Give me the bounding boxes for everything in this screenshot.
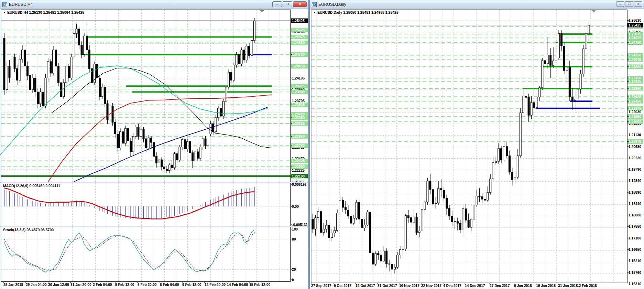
ohlc-info-daily: ▼EURUSD,Daily 1.25050 1.25481 1.24958 1.…	[313, 10, 399, 14]
minimize-button[interactable]: —	[272, 1, 282, 7]
ohlc-text: EURUSD,H4 1.25130 1.25481 1.25064 1.2542…	[7, 10, 84, 14]
window-title: EURUSD,H4	[9, 2, 33, 7]
symbol-dropdown-icon[interactable]: ▼	[313, 11, 316, 14]
close-button[interactable]: ✕	[634, 1, 642, 7]
daily-price-axis[interactable]	[628, 10, 643, 285]
symbol-dropdown-icon[interactable]: ▼	[3, 11, 6, 14]
restore-button[interactable]: ❐	[283, 1, 292, 7]
restore-button[interactable]: ❐	[625, 1, 633, 7]
window-title: EURUSD,Daily	[318, 2, 346, 7]
stoch-indicator-label: Stoch(13,3,3) 98.4879 93.5700	[3, 228, 54, 232]
titlebar-h4[interactable]: EURUSD,H4 — ❐ ✕	[0, 0, 308, 9]
titlebar-daily[interactable]: EURUSD,Daily — ❐ ✕	[310, 0, 644, 9]
ohlc-info-h4: ▼EURUSD,H4 1.25130 1.25481 1.25064 1.254…	[3, 10, 84, 14]
daily-time-axis[interactable]	[311, 283, 627, 289]
chart-window-icon	[312, 2, 317, 7]
h4-time-axis[interactable]	[1, 282, 291, 289]
close-button[interactable]: ✕	[293, 1, 307, 7]
minimize-button[interactable]: —	[616, 1, 624, 7]
daily-plot-area[interactable]	[311, 10, 627, 283]
h4-plot-area[interactable]	[1, 10, 291, 182]
chart-window-icon	[2, 2, 7, 7]
ohlc-text: EURUSD,Daily 1.25050 1.25481 1.24958 1.2…	[317, 10, 399, 14]
macd-indicator-label: MACD(12,26,9) 0.005450 0.004111	[3, 184, 60, 188]
h4-price-axis[interactable]	[291, 10, 308, 281]
